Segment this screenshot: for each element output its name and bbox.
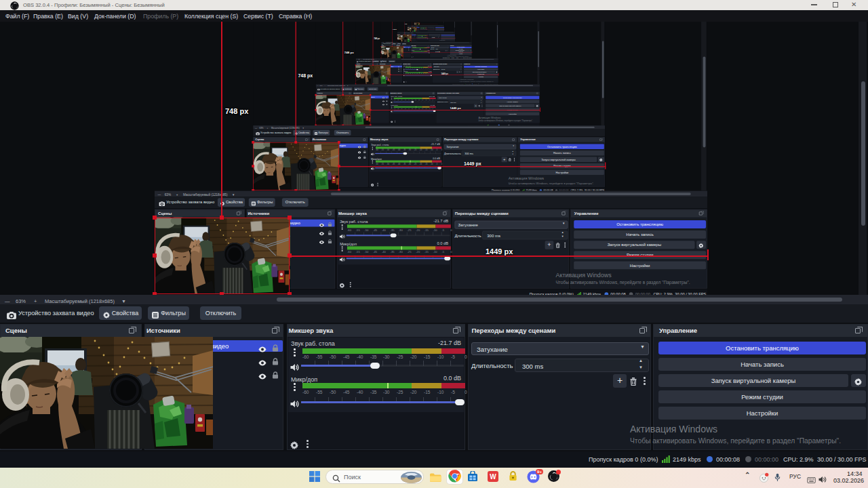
svg-text:W: W (490, 473, 496, 481)
